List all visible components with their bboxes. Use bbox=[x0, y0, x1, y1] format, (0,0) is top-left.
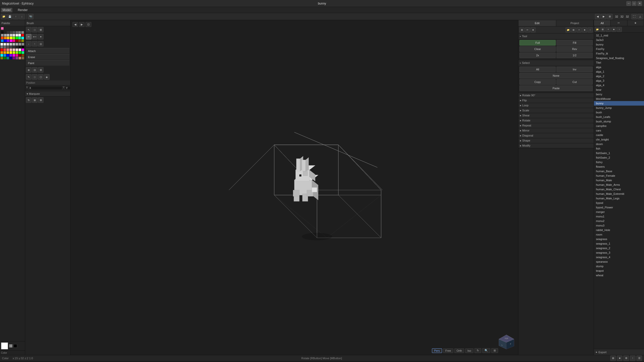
color-cell[interactable] bbox=[10, 57, 12, 59]
project-item[interactable]: alga_3 bbox=[594, 78, 644, 83]
color-cell[interactable] bbox=[4, 49, 6, 51]
view-reset-btn[interactable]: ↻ bbox=[474, 348, 481, 353]
color-cell[interactable] bbox=[4, 57, 6, 59]
color-cell[interactable] bbox=[1, 43, 3, 46]
marquee-expand-btn[interactable]: ⊞ bbox=[32, 97, 37, 103]
paint-brush-btn[interactable]: ⬡ bbox=[38, 74, 44, 80]
color-cell[interactable] bbox=[7, 49, 9, 51]
paste-btn[interactable]: Paste bbox=[519, 85, 593, 91]
tab-edit[interactable]: Edit bbox=[518, 20, 556, 26]
repeat-section[interactable]: ▸ Repeat bbox=[518, 123, 594, 128]
color-cell[interactable] bbox=[21, 34, 24, 36]
save-file-button[interactable]: 💾 bbox=[7, 14, 13, 19]
project-item[interactable]: doom bbox=[594, 142, 644, 146]
select-circle-btn[interactable]: ⊡ bbox=[32, 67, 37, 73]
frame-btn[interactable]: ⊡ bbox=[86, 22, 91, 27]
project-item[interactable]: bunny bbox=[594, 101, 644, 106]
color-cell[interactable] bbox=[10, 27, 12, 30]
project-item[interactable]: human_Base bbox=[594, 169, 644, 173]
color-cell[interactable] bbox=[10, 39, 12, 42]
color-cell[interactable] bbox=[22, 54, 24, 57]
dropper-btn[interactable]: ◈ bbox=[44, 74, 50, 80]
rotate90-section[interactable]: ▸ Rotate 90° bbox=[518, 93, 594, 98]
size-up-btn[interactable]: ↑ bbox=[32, 41, 37, 47]
brush-cursor-btn[interactable]: ↖ bbox=[26, 27, 31, 32]
tab-project[interactable]: Project bbox=[556, 20, 594, 26]
project-item[interactable]: liypod bbox=[594, 201, 644, 205]
brush-line-btn[interactable]: ⊞ bbox=[38, 27, 44, 32]
view-prev-btn[interactable]: ◀ bbox=[72, 22, 78, 27]
project-item[interactable]: bear bbox=[594, 87, 644, 92]
paint-button[interactable]: Paint bbox=[26, 60, 69, 66]
select-rect-btn[interactable]: ⊕ bbox=[26, 67, 31, 73]
color-cell[interactable] bbox=[21, 39, 24, 42]
star-btn[interactable]: ★ bbox=[531, 27, 536, 32]
proj-add-btn[interactable]: + bbox=[606, 27, 611, 32]
view-orth-btn[interactable]: Orth bbox=[454, 348, 464, 353]
color-cell[interactable] bbox=[16, 49, 18, 51]
color-cell[interactable] bbox=[7, 54, 9, 57]
marquee-settings-btn[interactable]: ⚙ bbox=[38, 97, 44, 103]
color-cell[interactable] bbox=[13, 39, 15, 42]
project-item[interactable]: monu2 bbox=[594, 219, 644, 223]
color-cell[interactable] bbox=[19, 51, 21, 54]
view-free-btn[interactable]: Free bbox=[443, 348, 453, 353]
brush-eraser-btn[interactable]: ⟵ bbox=[32, 34, 37, 39]
color-cell[interactable] bbox=[10, 31, 12, 34]
all-btn[interactable]: ⊞ bbox=[519, 27, 525, 32]
color-cell[interactable] bbox=[13, 43, 15, 46]
white-swatch[interactable] bbox=[1, 342, 8, 349]
color-cell[interactable] bbox=[10, 46, 12, 48]
color-cell[interactable] bbox=[7, 57, 9, 59]
view-pers-btn[interactable]: Pers bbox=[432, 348, 442, 353]
view-next-btn[interactable]: ▶ bbox=[79, 22, 85, 27]
color-cell[interactable] bbox=[4, 43, 6, 46]
color-cell[interactable] bbox=[19, 46, 21, 48]
loop-section[interactable]: ▸ Loop bbox=[518, 103, 594, 108]
project-item[interactable]: flowers bbox=[594, 164, 644, 169]
project-item[interactable]: bush bbox=[594, 110, 644, 115]
menu-model[interactable]: Model bbox=[1, 8, 12, 12]
project-item[interactable]: 3a3x3 bbox=[594, 38, 644, 42]
color-cell[interactable] bbox=[7, 46, 9, 48]
project-tab-star[interactable]: ★ bbox=[627, 20, 644, 26]
color-cell[interactable] bbox=[1, 31, 4, 34]
star2-btn[interactable]: ★ bbox=[582, 27, 587, 32]
project-item[interactable]: liypod_Flower bbox=[594, 205, 644, 210]
color-cell[interactable] bbox=[1, 51, 3, 54]
color-cell[interactable] bbox=[7, 31, 9, 34]
status-icon-5[interactable]: ☰ bbox=[636, 355, 642, 361]
project-item[interactable]: seagrass bbox=[594, 237, 644, 241]
project-item[interactable]: human_Female bbox=[594, 173, 644, 178]
view-zoom-btn[interactable]: 🔍 bbox=[482, 348, 490, 353]
modify-section[interactable]: ▸ Modify bbox=[518, 143, 594, 148]
color-cell[interactable] bbox=[1, 37, 4, 39]
project-item[interactable]: seagrass_1 bbox=[594, 241, 644, 246]
project-item[interactable]: bush_Leafs bbox=[594, 115, 644, 119]
color-cell[interactable] bbox=[4, 37, 7, 39]
color-cell[interactable] bbox=[7, 27, 9, 30]
project-item[interactable]: Titel bbox=[594, 60, 644, 65]
marquee-header[interactable]: ▾ Marquee bbox=[25, 92, 70, 97]
color-cell[interactable] bbox=[18, 31, 21, 34]
color-cell[interactable] bbox=[13, 51, 15, 54]
color-cell[interactable] bbox=[4, 46, 6, 48]
project-item[interactable]: human_Male_Legs bbox=[594, 196, 644, 201]
color-cell[interactable] bbox=[4, 39, 7, 42]
color-cell[interactable] bbox=[1, 46, 3, 48]
color-cell[interactable] bbox=[22, 51, 24, 54]
project-item[interactable]: alga_4 bbox=[594, 83, 644, 87]
color-cell[interactable] bbox=[7, 51, 9, 54]
color-cell[interactable] bbox=[16, 34, 18, 36]
project-item[interactable]: berry bbox=[594, 92, 644, 97]
color-cell[interactable] bbox=[21, 31, 24, 34]
export-button[interactable]: ↑ bbox=[13, 14, 19, 19]
fill-bucket-btn[interactable]: □ bbox=[32, 74, 37, 80]
flip-section[interactable]: ▸ Flip bbox=[518, 98, 594, 103]
menu-render[interactable]: Render bbox=[16, 8, 29, 12]
brush-single-btn[interactable]: □ bbox=[32, 27, 37, 32]
cut-icon-btn[interactable]: ✂ bbox=[525, 27, 530, 32]
project-item[interactable]: monu3 bbox=[594, 223, 644, 228]
scale-section[interactable]: ▸ Scale bbox=[518, 108, 594, 113]
color-cell[interactable] bbox=[10, 49, 12, 51]
